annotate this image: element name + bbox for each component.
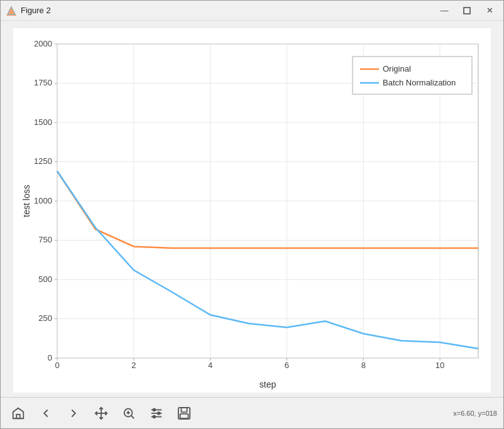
back-button[interactable] bbox=[35, 402, 57, 425]
svg-point-14 bbox=[158, 412, 160, 415]
status-text: x=6.60, y=018 bbox=[453, 410, 497, 417]
svg-point-15 bbox=[153, 415, 156, 418]
svg-point-13 bbox=[153, 408, 156, 411]
main-window: Figure 2 — ✕ bbox=[0, 0, 504, 429]
settings-button[interactable] bbox=[145, 402, 168, 425]
close-button[interactable]: ✕ bbox=[481, 4, 498, 17]
svg-line-7 bbox=[131, 416, 134, 418]
svg-rect-3 bbox=[16, 414, 20, 418]
titlebar: Figure 2 — ✕ bbox=[1, 1, 503, 21]
svg-rect-17 bbox=[181, 407, 187, 411]
minimize-button[interactable]: — bbox=[436, 4, 453, 17]
chart-canvas[interactable] bbox=[13, 28, 491, 393]
svg-rect-18 bbox=[180, 413, 189, 418]
home-button[interactable] bbox=[7, 402, 30, 425]
chart-area bbox=[1, 21, 503, 397]
pan-button[interactable] bbox=[90, 402, 112, 425]
window-icon bbox=[6, 5, 17, 16]
forward-button[interactable] bbox=[62, 402, 85, 425]
save-button[interactable] bbox=[173, 402, 195, 425]
toolbar: x=6.60, y=018 bbox=[1, 397, 503, 428]
window-title: Figure 2 bbox=[21, 6, 436, 15]
chart-container bbox=[13, 28, 491, 393]
zoom-button[interactable] bbox=[118, 402, 140, 425]
window-controls: — ✕ bbox=[436, 4, 498, 17]
svg-rect-2 bbox=[464, 8, 470, 14]
maximize-button[interactable] bbox=[458, 4, 476, 17]
